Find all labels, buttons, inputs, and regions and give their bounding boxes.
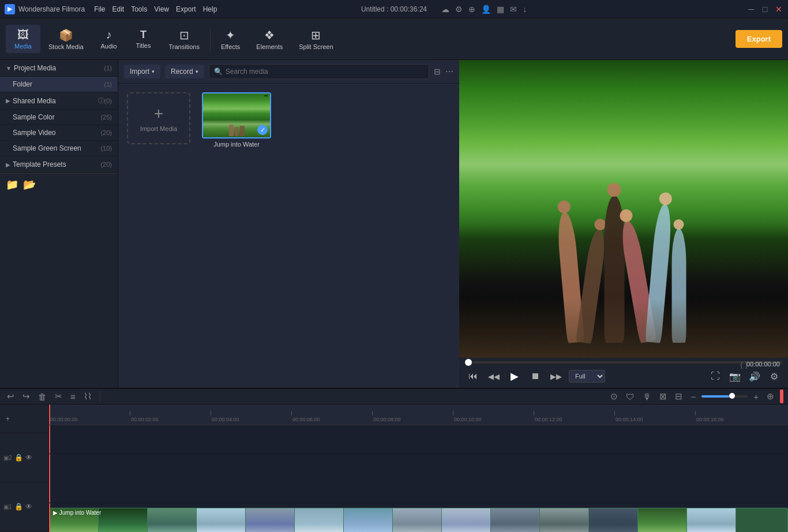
- record-chevron-icon: ▾: [196, 69, 198, 74]
- clip-frame-13: [638, 508, 687, 532]
- toolbar-elements[interactable]: ❖ Elements: [248, 25, 291, 54]
- eye-icon-2[interactable]: 👁: [25, 454, 32, 462]
- mic-icon[interactable]: 🎙: [640, 389, 654, 404]
- menu-export[interactable]: Export: [176, 5, 196, 13]
- menu-view[interactable]: View: [154, 5, 169, 13]
- clip-frame-10: [491, 508, 540, 532]
- sidebar-header-template-presets[interactable]: ▶ Template Presets (20): [0, 156, 118, 173]
- stop-button[interactable]: ⏹: [527, 368, 543, 384]
- record-button[interactable]: Record ▾: [165, 65, 204, 78]
- audio-settings-button[interactable]: ≡: [68, 389, 78, 404]
- mail-icon[interactable]: ✉: [510, 5, 517, 14]
- timeline-content: + ▣2 🔒 👁 ▣1 🔒 👁 ♪1 🔒 🔊: [0, 404, 788, 532]
- tick: [695, 411, 696, 415]
- toolbar-audio-label: Audio: [100, 43, 117, 50]
- menu-edit[interactable]: Edit: [112, 5, 125, 13]
- new-folder-button[interactable]: 📂: [23, 178, 36, 191]
- download-icon[interactable]: ↓: [523, 5, 527, 14]
- eye-icon-1[interactable]: 👁: [25, 503, 32, 511]
- sidebar-item-folder[interactable]: Folder (1): [0, 77, 118, 92]
- zoom-select[interactable]: Full 50% 75% 100%: [569, 370, 605, 383]
- media-thumbnail-jump-into-water[interactable]: ✓ Jump into Water: [202, 92, 271, 148]
- lock-icon-2[interactable]: 🔒: [14, 454, 23, 462]
- sidebar-item-sample-green-screen[interactable]: Sample Green Screen (10): [0, 141, 118, 156]
- tick: [614, 411, 615, 415]
- sidebar-header-shared-media[interactable]: ▶ Shared Media ⓘ (0): [0, 92, 118, 110]
- sample-color-label: Sample Color: [13, 113, 100, 121]
- media-content: + Import Media ✓ Jump into Water: [118, 84, 459, 388]
- zoom-thumb: [729, 393, 735, 399]
- timeline-ruler[interactable]: 00:00:00:00 00:00:02:00 00:00:04:00 00:0…: [49, 404, 788, 425]
- zoom-out-icon[interactable]: −: [688, 389, 698, 404]
- toolbar-titles[interactable]: T Titles: [126, 25, 161, 53]
- template-presets-count: (20): [100, 161, 112, 168]
- video-clip-jump-into-water[interactable]: ▶ Jump into Water: [49, 508, 788, 532]
- import-button[interactable]: Import ▾: [124, 65, 160, 78]
- menu-tools[interactable]: Tools: [131, 5, 147, 13]
- add-media-folder-button[interactable]: 📁: [6, 178, 18, 191]
- toolbar-effects[interactable]: ✦ Effects: [213, 25, 248, 54]
- waveform-button[interactable]: ⌇⌇: [81, 389, 94, 404]
- zoom-in-icon[interactable]: +: [751, 389, 761, 404]
- search-input[interactable]: [226, 68, 424, 76]
- menu-bar: File Edit Tools View Export Help: [94, 5, 217, 13]
- menu-help[interactable]: Help: [203, 5, 217, 13]
- ruler-mark-6: 00:00:12:00: [534, 411, 614, 422]
- volume-icon[interactable]: 🔊: [746, 368, 763, 384]
- rewind-button[interactable]: ⏮: [465, 368, 481, 384]
- redo-button[interactable]: ↪: [20, 389, 32, 404]
- toolbar-split-screen[interactable]: ⊞ Split Screen: [291, 25, 341, 54]
- preview-panel: { } 00:00:00:00 ⏮ ◀◀ ▶ ⏹ ▶▶ Full 50% 75%…: [459, 60, 788, 388]
- folder-count: (1): [104, 81, 112, 88]
- prev-frame-button[interactable]: ◀◀: [486, 368, 502, 384]
- import-media-button[interactable]: + Import Media: [127, 92, 190, 144]
- fullscreen-icon[interactable]: ⛶: [707, 368, 723, 384]
- sidebar-item-sample-color[interactable]: Sample Color (25): [0, 110, 118, 125]
- sidebar-item-sample-video[interactable]: Sample Video (20): [0, 125, 118, 141]
- export-button[interactable]: Export: [736, 30, 782, 48]
- snapshot-icon[interactable]: 📷: [727, 368, 743, 384]
- track-1-num: ▣1: [3, 504, 12, 510]
- next-frame-button[interactable]: ▶▶: [548, 368, 564, 384]
- toolbar-stock-media[interactable]: 📦 Stock Media: [40, 25, 92, 54]
- grid-view-icon[interactable]: ⋯: [445, 67, 453, 76]
- progress-bar[interactable]: { } 00:00:00:00: [465, 361, 782, 364]
- clip-frame-4: [197, 508, 246, 532]
- cut-button[interactable]: ✂: [52, 389, 65, 404]
- clip-frame-6: [295, 508, 344, 532]
- sidebar-header-project-media[interactable]: ▼ Project Media (1): [0, 60, 118, 77]
- panel-icon[interactable]: ▦: [497, 5, 504, 14]
- snap-icon[interactable]: ⊙: [608, 389, 620, 404]
- undo-button[interactable]: ↩: [5, 389, 17, 404]
- track-label-empty-1: +: [0, 404, 48, 433]
- toolbar-transitions[interactable]: ⊡ Transitions: [161, 25, 208, 54]
- cloud-icon[interactable]: ☁: [441, 5, 449, 14]
- maximize-button[interactable]: □: [760, 5, 770, 14]
- shield-icon[interactable]: 🛡: [624, 389, 637, 404]
- toolbar-audio[interactable]: ♪ Audio: [92, 25, 126, 53]
- stock-media-icon: 📦: [59, 28, 73, 42]
- settings-icon[interactable]: ⚙: [455, 5, 463, 14]
- play-button[interactable]: ▶: [506, 368, 523, 384]
- account-icon[interactable]: 👤: [481, 5, 491, 14]
- timeline-separator: [100, 391, 100, 402]
- minimize-button[interactable]: ─: [746, 5, 756, 14]
- support-icon[interactable]: ⊕: [468, 5, 475, 14]
- settings-preview-icon[interactable]: ⚙: [766, 368, 782, 384]
- add-track-icon-side[interactable]: +: [6, 415, 10, 423]
- ruler-mark-2: 00:00:04:00: [211, 411, 291, 422]
- delete-button[interactable]: 🗑: [36, 389, 49, 404]
- track-settings-icon[interactable]: ⊠: [657, 389, 669, 404]
- fit-timeline-icon[interactable]: ⊟: [673, 389, 685, 404]
- zoom-track[interactable]: [701, 395, 748, 398]
- arrow-right-icon: ▶: [6, 98, 10, 104]
- preview-video: [459, 60, 788, 358]
- menu-file[interactable]: File: [94, 5, 105, 13]
- filter-icon[interactable]: ⊟: [434, 67, 441, 76]
- add-track-icon[interactable]: ⊕: [764, 389, 776, 404]
- toolbar-media[interactable]: 🖼 Media: [6, 25, 40, 53]
- lock-icon-1[interactable]: 🔒: [14, 503, 23, 511]
- toolbar: 🖼 Media 📦 Stock Media ♪ Audio T Titles ⊡…: [0, 18, 788, 60]
- close-button[interactable]: ✕: [774, 5, 783, 14]
- time-label-3: 00:00:06:00: [291, 417, 320, 422]
